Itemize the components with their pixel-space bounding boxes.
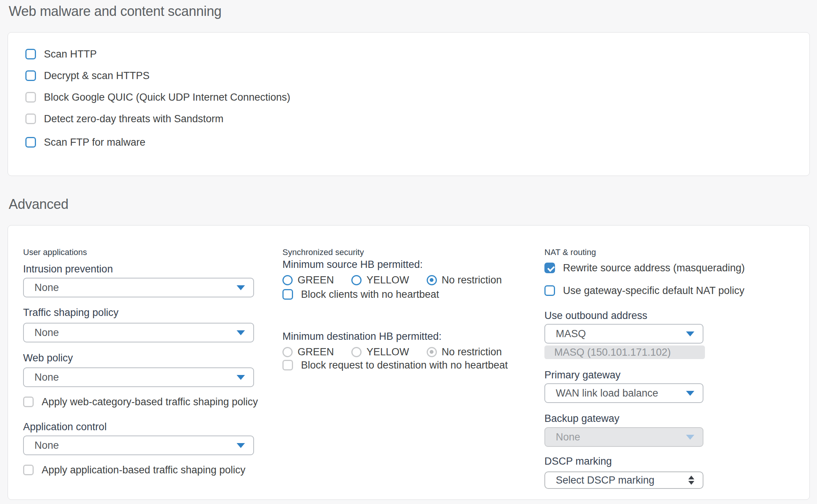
destination-hb-yellow-label: YELLOW xyxy=(366,346,409,358)
chevron-down-icon xyxy=(686,331,694,336)
source-hb-radio-group: GREEN YELLOW No restriction xyxy=(282,275,474,285)
use-outbound-address-label: Use outbound address xyxy=(544,310,703,321)
source-hb-radio-green[interactable]: GREEN xyxy=(282,274,334,286)
chevron-down-icon xyxy=(237,375,245,380)
checkbox-row-gateway-nat: Use gateway-specific default NAT policy xyxy=(544,285,703,296)
detect-zero-day-label: Detect zero-day threats with Sandstorm xyxy=(44,113,223,125)
rewrite-source-address-label: Rewrite source address (masquerading) xyxy=(563,262,745,274)
traffic-shaping-policy-dropdown[interactable]: None xyxy=(23,323,254,342)
checkbox-row-web-category: Apply web-category-based traffic shaping… xyxy=(23,397,254,407)
primary-gateway-value: WAN link load balance xyxy=(556,387,658,399)
gateway-specific-nat-checkbox[interactable] xyxy=(544,285,555,296)
radio-selected-disabled-icon xyxy=(427,347,437,357)
outbound-address-value: MASQ xyxy=(556,328,586,340)
user-applications-heading: User applications xyxy=(23,247,254,257)
advanced-card: User applications Intrusion prevention N… xyxy=(8,225,810,500)
gateway-specific-nat-label: Use gateway-specific default NAT policy xyxy=(563,285,744,297)
chevron-down-icon xyxy=(686,391,694,396)
backup-gateway-value: None xyxy=(556,431,580,443)
source-hb-yellow-label: YELLOW xyxy=(366,274,409,286)
apply-application-shaping-label: Apply application-based traffic shaping … xyxy=(42,464,245,476)
radio-icon xyxy=(351,275,362,285)
checkbox-row-sandstorm: Detect zero-day threats with Sandstorm xyxy=(25,114,792,124)
primary-gateway-label: Primary gateway xyxy=(544,369,703,381)
synchronized-security-column: Synchronized security Minimum source HB … xyxy=(282,247,474,370)
chevron-down-icon xyxy=(237,285,245,290)
synchronized-security-heading: Synchronized security xyxy=(282,247,474,257)
detect-zero-day-checkbox[interactable] xyxy=(25,114,36,124)
web-policy-dropdown[interactable]: None xyxy=(23,367,254,387)
destination-hb-radio-no-restriction[interactable]: No restriction xyxy=(427,346,502,358)
block-google-quic-label: Block Google QUIC (Quick UDP Internet Co… xyxy=(44,92,290,103)
apply-web-category-shaping-label: Apply web-category-based traffic shaping… xyxy=(42,396,258,408)
radio-selected-icon xyxy=(427,275,437,285)
traffic-shaping-policy-value: None xyxy=(34,327,59,339)
source-hb-green-label: GREEN xyxy=(298,274,334,286)
application-control-dropdown[interactable]: None xyxy=(23,436,254,455)
user-applications-column: User applications Intrusion prevention N… xyxy=(23,247,254,475)
rewrite-source-address-checkbox[interactable] xyxy=(544,263,555,273)
source-hb-radio-no-restriction[interactable]: No restriction xyxy=(427,274,502,286)
scan-ftp-checkbox[interactable] xyxy=(25,137,36,148)
web-policy-label: Web policy xyxy=(23,352,254,364)
destination-hb-radio-group: GREEN YELLOW No restriction xyxy=(282,347,474,357)
checkmark-icon xyxy=(547,264,555,272)
backup-gateway-label: Backup gateway xyxy=(544,413,703,424)
destination-hb-no-restriction-label: No restriction xyxy=(442,346,502,358)
outbound-address-dropdown[interactable]: MASQ xyxy=(544,324,703,344)
checkbox-row-block-quic: Block Google QUIC (Quick UDP Internet Co… xyxy=(25,92,792,103)
minimum-source-hb-label: Minimum source HB permitted: xyxy=(282,259,474,270)
chevron-down-icon xyxy=(237,330,245,335)
radio-icon xyxy=(282,275,293,285)
minimum-destination-hb-label: Minimum destination HB permitted: xyxy=(282,331,474,342)
radio-disabled-icon xyxy=(282,347,293,357)
scan-ftp-label: Scan FTP for malware xyxy=(44,137,145,148)
checkbox-row-scan-ftp: Scan FTP for malware xyxy=(25,137,792,148)
intrusion-prevention-dropdown[interactable]: None xyxy=(23,278,254,297)
apply-application-shaping-checkbox[interactable] xyxy=(23,465,34,475)
outbound-address-option[interactable]: MASQ (150.101.171.102) xyxy=(544,345,705,359)
scan-http-checkbox[interactable] xyxy=(25,49,36,59)
dscp-marking-label: DSCP marking xyxy=(544,456,703,467)
destination-hb-radio-yellow[interactable]: YELLOW xyxy=(351,346,409,358)
checkbox-row-block-clients: Block clients with no heartbeat xyxy=(282,289,474,300)
destination-hb-radio-green[interactable]: GREEN xyxy=(282,346,334,358)
apply-web-category-shaping-checkbox[interactable] xyxy=(23,397,34,407)
intrusion-prevention-value: None xyxy=(34,282,59,294)
decrypt-scan-https-checkbox[interactable] xyxy=(25,70,36,81)
source-hb-no-restriction-label: No restriction xyxy=(442,274,502,286)
block-request-no-heartbeat-label: Block request to destination with no hea… xyxy=(301,359,508,371)
decrypt-scan-https-label: Decrypt & scan HTTPS xyxy=(44,70,150,82)
primary-gateway-dropdown[interactable]: WAN link load balance xyxy=(544,383,703,403)
web-malware-card: Scan HTTP Decrypt & scan HTTPS Block Goo… xyxy=(8,32,810,176)
block-request-no-heartbeat-checkbox[interactable] xyxy=(282,360,293,370)
checkbox-row-decrypt-https: Decrypt & scan HTTPS xyxy=(25,70,792,81)
checkbox-row-masquerading: Rewrite source address (masquerading) xyxy=(544,263,703,273)
nat-routing-column: NAT & routing Rewrite source address (ma… xyxy=(544,247,703,489)
block-clients-no-heartbeat-checkbox[interactable] xyxy=(282,289,293,300)
dscp-marking-value: Select DSCP marking xyxy=(556,474,655,486)
intrusion-prevention-label: Intrusion prevention xyxy=(23,263,254,275)
application-control-value: None xyxy=(34,440,59,451)
checkbox-row-app-based: Apply application-based traffic shaping … xyxy=(23,465,254,475)
radio-disabled-icon xyxy=(351,347,362,357)
backup-gateway-dropdown: None xyxy=(544,427,703,447)
section-title-advanced: Advanced xyxy=(9,197,817,212)
select-spinner-icon xyxy=(688,476,694,485)
chevron-down-icon xyxy=(686,435,694,440)
scan-http-label: Scan HTTP xyxy=(44,48,97,60)
application-control-label: Application control xyxy=(23,421,254,432)
traffic-shaping-policy-label: Traffic shaping policy xyxy=(23,307,254,318)
web-policy-value: None xyxy=(34,372,59,383)
checkbox-row-scan-http: Scan HTTP xyxy=(25,49,792,59)
dscp-marking-select[interactable]: Select DSCP marking xyxy=(544,471,703,489)
section-title-web-malware: Web malware and content scanning xyxy=(9,4,817,19)
source-hb-radio-yellow[interactable]: YELLOW xyxy=(351,274,409,286)
block-clients-no-heartbeat-label: Block clients with no heartbeat xyxy=(301,289,439,300)
destination-hb-green-label: GREEN xyxy=(298,346,334,358)
block-google-quic-checkbox[interactable] xyxy=(25,92,36,103)
nat-routing-heading: NAT & routing xyxy=(544,247,703,257)
chevron-down-icon xyxy=(237,443,245,448)
checkbox-row-block-request: Block request to destination with no hea… xyxy=(282,360,474,370)
